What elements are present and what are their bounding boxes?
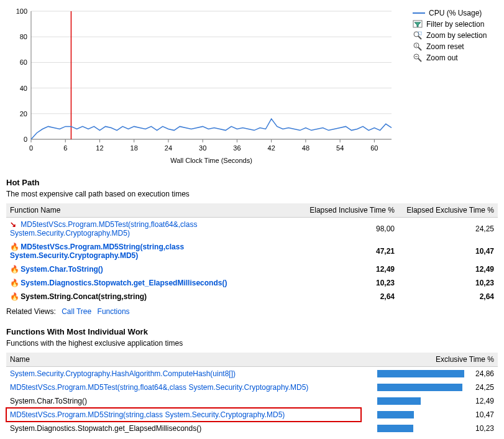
zoom-reset[interactable]: 1 Zoom reset: [413, 41, 487, 52]
col-function-name[interactable]: Function Name: [6, 203, 299, 218]
function-name[interactable]: System.Security.Cryptography.HashAlgorit…: [10, 369, 236, 378]
filter-icon: [413, 19, 423, 29]
col-exclusive[interactable]: Elapsed Exclusive Time %: [398, 203, 498, 218]
bar-track: [377, 370, 464, 377]
svg-text:20: 20: [20, 110, 27, 118]
svg-line-40: [418, 36, 421, 39]
svg-text:42: 42: [268, 144, 275, 152]
zoom-reset-icon: 1: [413, 42, 423, 52]
svg-text:24: 24: [165, 144, 172, 152]
bar-track: [377, 425, 464, 432]
bar-track: [377, 397, 464, 405]
exclusive-value: 10,23: [469, 424, 494, 433]
flame-icon: 🔥: [10, 292, 19, 301]
inclusive-value: 2,64: [299, 290, 398, 303]
svg-text:18: 18: [131, 144, 138, 152]
col-name[interactable]: Name: [6, 353, 361, 367]
function-name[interactable]: MD5testVScs.Program.MD5String(string,cla…: [10, 410, 285, 419]
flame-icon: 🔥: [10, 243, 19, 251]
hot-path-table: Function Name Elapsed Inclusive Time % E…: [6, 203, 498, 303]
function-name[interactable]: MD5testVScs.Program.MD5Test(string,float…: [10, 383, 308, 392]
function-name[interactable]: MD5testVScs.Program.MD5Test(string,float…: [10, 220, 197, 238]
table-row[interactable]: 🔥 System.Diagnostics.Stopwatch.get_Elaps…: [6, 276, 498, 290]
bar-fill: [377, 370, 464, 377]
funcwork-table: Name Exclusive Time % System.Security.Cr…: [6, 353, 498, 435]
function-name: System.String.Concat(string,string): [21, 292, 147, 301]
link-functions[interactable]: Functions: [98, 307, 130, 316]
bar-fill: [377, 411, 414, 418]
svg-text:54: 54: [336, 144, 344, 152]
svg-text:100: 100: [16, 7, 27, 15]
svg-text:0: 0: [24, 136, 27, 143]
exclusive-value: 24,86: [469, 369, 494, 378]
cpu-usage-chart[interactable]: 02040608010006121824303642485460Wall Clo…: [6, 5, 398, 167]
funcwork-subtitle: Functions with the highest exclusive app…: [6, 339, 498, 348]
zoom-by-selection[interactable]: Zoom by selection: [413, 30, 487, 41]
svg-text:40: 40: [20, 85, 27, 92]
svg-text:80: 80: [20, 33, 27, 40]
svg-text:0: 0: [29, 144, 33, 152]
zoom-sel-label: Zoom by selection: [426, 31, 487, 40]
bar-track: [377, 411, 464, 418]
table-row[interactable]: System.Diagnostics.Stopwatch.get_Elapsed…: [6, 422, 498, 435]
svg-text:60: 60: [20, 58, 27, 66]
col-inclusive[interactable]: Elapsed Inclusive Time %: [299, 203, 398, 218]
svg-line-46: [418, 58, 421, 62]
inclusive-value: 98,00: [299, 218, 398, 241]
table-row[interactable]: 🔥 System.Char.ToString()12,4912,49: [6, 262, 498, 276]
svg-text:30: 30: [199, 144, 206, 152]
svg-text:12: 12: [96, 144, 103, 152]
svg-text:48: 48: [302, 144, 309, 152]
inclusive-value: 10,23: [299, 276, 398, 290]
function-name[interactable]: System.Diagnostics.Stopwatch.get_Elapsed…: [21, 279, 227, 287]
legend-cpu-label: CPU (% Usage): [429, 9, 482, 17]
exclusive-value: 12,49: [398, 262, 498, 276]
zoom-out-label: Zoom out: [426, 53, 458, 62]
zoom-reset-label: Zoom reset: [426, 42, 464, 51]
chart-legend: CPU (% Usage) Filter by selection Zoom b…: [409, 5, 490, 167]
path-arrow-icon: ↘: [10, 220, 19, 229]
inclusive-value: 47,21: [299, 240, 398, 262]
bar-fill: [377, 425, 413, 432]
table-row[interactable]: 🔥 System.String.Concat(string,string)2,6…: [6, 290, 498, 303]
exclusive-value: 10,47: [398, 240, 498, 262]
bar-fill: [377, 384, 462, 391]
table-row[interactable]: ↘ MD5testVScs.Program.MD5Test(string,flo…: [6, 218, 498, 241]
exclusive-value: 10,23: [398, 276, 498, 290]
svg-text:6: 6: [63, 144, 67, 152]
legend-line-icon: [413, 12, 425, 14]
table-row[interactable]: System.Security.Cryptography.HashAlgorit…: [6, 367, 498, 381]
legend-cpu: CPU (% Usage): [413, 7, 487, 19]
inclusive-value: 12,49: [299, 262, 398, 276]
zoom-selection-icon: [413, 30, 423, 40]
filter-by-selection[interactable]: Filter by selection: [413, 19, 487, 30]
svg-text:36: 36: [233, 144, 241, 152]
related-views: Related Views: Call Tree Functions: [6, 307, 498, 316]
exclusive-value: 24,25: [398, 218, 498, 241]
flame-icon: 🔥: [10, 279, 19, 287]
funcwork-title: Functions With Most Individual Work: [6, 327, 498, 336]
function-name: System.Diagnostics.Stopwatch.get_Elapsed…: [10, 424, 201, 433]
zoom-out-icon: [413, 53, 423, 63]
function-name[interactable]: MD5testVScs.Program.MD5String(string,cla…: [10, 243, 184, 260]
col-excl-time[interactable]: Exclusive Time %: [361, 353, 498, 367]
flame-icon: 🔥: [10, 265, 19, 274]
table-row[interactable]: MD5testVScs.Program.MD5String(string,cla…: [6, 408, 498, 422]
svg-text:60: 60: [370, 144, 378, 152]
exclusive-value: 12,49: [469, 397, 494, 405]
exclusive-value: 2,64: [398, 290, 498, 303]
bar-track: [377, 384, 464, 391]
link-call-tree[interactable]: Call Tree: [62, 307, 91, 316]
hot-path-title: Hot Path: [6, 178, 498, 187]
zoom-out[interactable]: Zoom out: [413, 52, 487, 63]
exclusive-value: 24,25: [469, 383, 494, 392]
table-row[interactable]: System.Char.ToString()12,49: [6, 394, 498, 408]
bar-fill: [377, 397, 421, 405]
table-row[interactable]: 🔥 MD5testVScs.Program.MD5String(string,c…: [6, 240, 498, 262]
filter-label: Filter by selection: [426, 20, 484, 29]
hot-path-subtitle: The most expensive call path based on ex…: [6, 190, 498, 198]
table-row[interactable]: MD5testVScs.Program.MD5Test(string,float…: [6, 381, 498, 394]
svg-line-43: [418, 47, 421, 50]
function-name[interactable]: System.Char.ToString(): [21, 265, 103, 274]
related-label: Related Views:: [6, 307, 56, 316]
